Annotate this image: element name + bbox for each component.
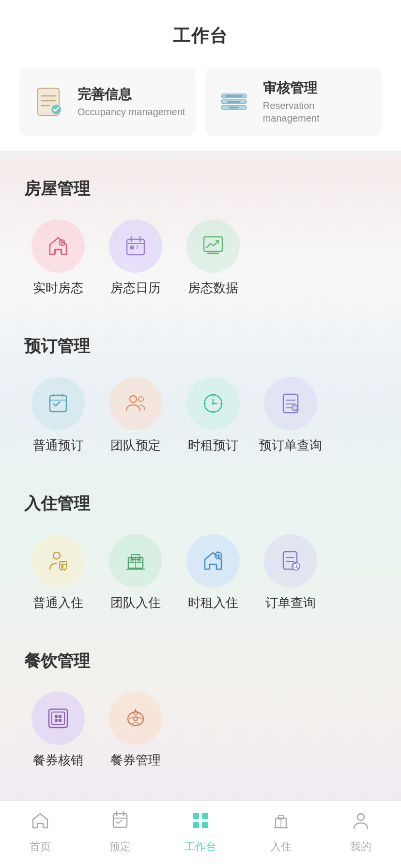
hourly-checkin-label: 时租入住	[188, 594, 238, 611]
svg-rect-76	[202, 822, 208, 828]
svg-rect-74	[202, 813, 208, 819]
booking-query-item[interactable]: 预订单查询	[257, 377, 324, 454]
reservation-management-title: 预订管理	[24, 335, 377, 357]
room-calendar-icon-circle: 7	[109, 219, 162, 273]
normal-checkin-item[interactable]: 普通入住	[24, 534, 92, 611]
checkin-nav-icon	[271, 810, 291, 836]
team-booking-icon-circle	[109, 377, 162, 430]
nav-workbench-label: 工作台	[185, 839, 216, 854]
room-data-icon-circle	[186, 219, 240, 273]
nav-mine[interactable]: 我的	[332, 810, 390, 854]
checkin-management-section: 入住管理 普	[0, 473, 401, 631]
room-calendar-label: 房态日历	[110, 279, 161, 296]
audit-mgmt-subtitle: Reservation management	[263, 99, 372, 124]
svg-rect-41	[61, 565, 63, 568]
realtime-room-item[interactable]: 实时房态	[24, 219, 92, 296]
hourly-booking-label: 时租预订	[188, 437, 238, 454]
svg-point-37	[53, 552, 60, 559]
dining-management-grid: 餐券核销 餐券管理	[24, 687, 377, 783]
room-calendar-item[interactable]: 7 房态日历	[102, 219, 170, 296]
room-data-item[interactable]: 房态数据	[179, 219, 247, 296]
room-management-section: 房屋管理 实时房态	[0, 158, 401, 316]
svg-rect-75	[193, 822, 199, 828]
svg-rect-64	[59, 719, 62, 722]
audit-mgmt-icon	[215, 82, 253, 121]
meal-manage-label: 餐券管理	[110, 752, 161, 769]
nav-workbench[interactable]: 工作台	[171, 810, 230, 854]
order-query-label: 订单查询	[265, 594, 316, 611]
home-nav-icon	[30, 810, 50, 836]
hourly-booking-icon-circle	[186, 377, 240, 430]
nav-checkin[interactable]: 入住	[252, 810, 310, 854]
hourly-checkin-icon-circle	[186, 534, 240, 588]
booking-query-icon-circle	[264, 377, 317, 430]
svg-rect-18	[204, 237, 222, 251]
room-management-grid: 实时房态 7 房态日历	[24, 215, 377, 311]
reservation-management-section: 预订管理 普通预订	[0, 316, 401, 473]
dining-management-section: 餐饮管理 餐券核销	[0, 631, 401, 788]
meal-manage-item[interactable]: 餐券管理	[102, 692, 170, 769]
svg-rect-16	[130, 246, 134, 249]
complete-info-subtitle: Occupancy management	[77, 106, 185, 118]
svg-rect-69	[113, 814, 127, 827]
complete-info-text: 完善信息 Occupancy management	[77, 85, 185, 118]
nav-home[interactable]: 首页	[11, 810, 69, 854]
hourly-booking-item[interactable]: 时租预订	[179, 377, 247, 454]
complete-info-icon	[29, 82, 68, 121]
nav-booking-label: 预定	[109, 839, 131, 854]
nav-checkin-label: 入住	[270, 839, 292, 854]
nav-mine-label: 我的	[350, 839, 371, 854]
order-query-icon-circle	[264, 534, 317, 588]
svg-point-81	[357, 814, 364, 821]
checkin-management-grid: 普通入住 团队入住	[24, 529, 377, 626]
complete-info-title: 完善信息	[77, 85, 185, 104]
page-container: 工作台 完善信息 Occupancy management	[0, 0, 401, 868]
audit-mgmt-card[interactable]: 审核管理 Reservation management	[205, 67, 382, 136]
main-content: 房屋管理 实时房态	[0, 158, 401, 868]
mine-nav-icon	[351, 810, 371, 836]
room-management-title: 房屋管理	[24, 178, 377, 200]
checkin-management-title: 入住管理	[24, 493, 377, 515]
svg-point-30	[212, 403, 215, 405]
team-checkin-label: 团队入住	[110, 594, 161, 611]
nav-booking[interactable]: 预定	[91, 810, 149, 854]
workbench-nav-icon	[190, 810, 211, 836]
svg-rect-60	[52, 712, 64, 725]
svg-point-49	[138, 558, 140, 561]
team-checkin-icon-circle	[109, 534, 162, 588]
svg-rect-62	[55, 719, 58, 722]
top-cards-section: 完善信息 Occupancy management 审核管理 Reservati…	[0, 58, 401, 151]
complete-info-card[interactable]: 完善信息 Occupancy management	[19, 67, 196, 136]
svg-rect-73	[193, 813, 199, 819]
booking-nav-icon	[110, 810, 130, 836]
team-checkin-item[interactable]: 团队入住	[102, 534, 170, 611]
normal-booking-item[interactable]: 普通预订	[24, 377, 92, 454]
team-booking-label: 团队预定	[110, 437, 161, 454]
realtime-room-label: 实时房态	[33, 279, 83, 296]
reservation-management-grid: 普通预订 团队预定	[24, 372, 377, 468]
dining-management-title: 餐饮管理	[24, 650, 377, 672]
room-data-label: 房态数据	[188, 279, 238, 296]
divider-1	[0, 151, 401, 158]
nav-home-label: 首页	[30, 839, 51, 854]
hourly-checkin-item[interactable]: 时租入住	[179, 534, 247, 611]
normal-checkin-label: 普通入住	[33, 594, 83, 611]
order-query-item[interactable]: 订单查询	[257, 534, 324, 611]
meal-cancel-item[interactable]: 餐券核销	[24, 692, 92, 769]
svg-rect-63	[59, 715, 62, 718]
svg-rect-8	[225, 95, 243, 97]
audit-mgmt-text: 审核管理 Reservation management	[263, 79, 372, 124]
svg-text:7: 7	[136, 245, 139, 250]
svg-rect-61	[55, 715, 58, 718]
page-header: 工作台	[0, 0, 401, 58]
team-booking-item[interactable]: 团队预定	[102, 377, 170, 454]
normal-booking-icon-circle	[31, 377, 85, 430]
bottom-navigation: 首页 预定	[0, 800, 401, 868]
normal-booking-label: 普通预订	[33, 437, 83, 454]
realtime-room-icon-circle	[31, 219, 85, 273]
svg-point-48	[131, 558, 134, 561]
meal-manage-icon-circle	[109, 692, 162, 745]
svg-rect-9	[227, 101, 241, 103]
page-title: 工作台	[173, 26, 228, 46]
booking-query-label: 预订单查询	[259, 437, 322, 454]
